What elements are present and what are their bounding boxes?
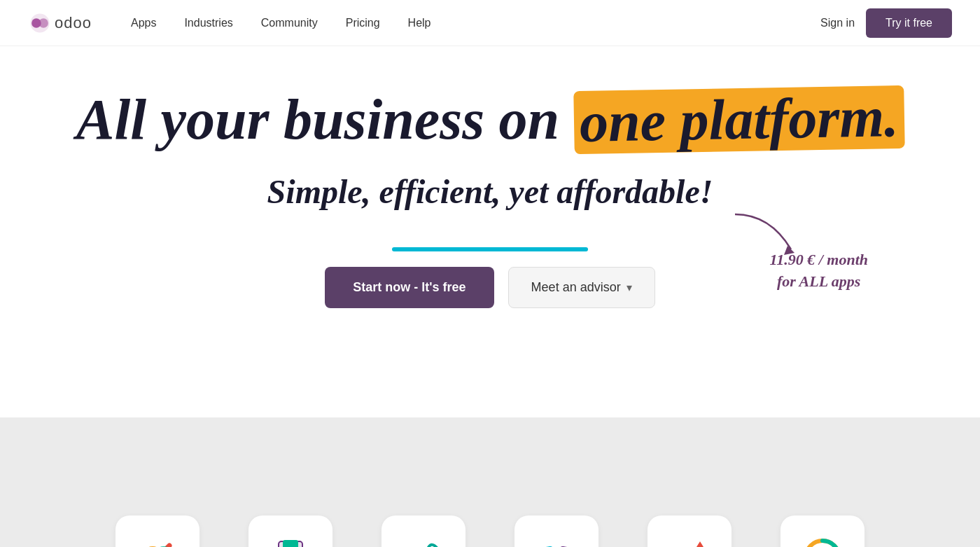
svg-marker-18 — [696, 541, 704, 547]
meet-advisor-button[interactable]: Meet an advisor — [508, 267, 655, 308]
subtitle-underline — [392, 247, 588, 251]
hero-subtitle: Simple, efficient, yet affordable! — [267, 172, 713, 211]
app-card-accounting[interactable]: Accounting — [102, 515, 214, 547]
sign-icon-box — [382, 515, 465, 547]
crm-icon-box — [514, 515, 598, 547]
navbar-left: odoo Apps Industries Community Pricing H… — [28, 11, 442, 35]
nav-link-apps[interactable]: Apps — [120, 11, 167, 35]
subscriptions-icon — [798, 533, 847, 547]
knowledge-icon-box — [248, 515, 332, 547]
navbar-right: Sign in Try it free — [820, 8, 952, 38]
app-card-sign[interactable]: Sign — [368, 515, 479, 547]
navbar: odoo Apps Industries Community Pricing H… — [0, 0, 980, 46]
hero-section: All your business on one platform. Simpl… — [0, 46, 980, 417]
start-now-button[interactable]: Start now - It's free — [325, 267, 493, 308]
nav-link-help[interactable]: Help — [397, 11, 442, 35]
accounting-icon — [133, 533, 182, 547]
logo[interactable]: odoo — [28, 11, 92, 35]
knowledge-icon — [266, 533, 315, 547]
hero-subtitle-container: Simple, efficient, yet affordable! — [267, 172, 713, 246]
app-card-knowledge[interactable]: Knowledge — [234, 515, 346, 547]
app-card-studio[interactable]: Studio — [634, 515, 746, 547]
sign-in-link[interactable]: Sign in — [820, 17, 855, 29]
hero-title: All your business on one platform. — [28, 88, 952, 151]
apps-row: Accounting Knowledge Sign — [0, 501, 980, 547]
studio-icon-box — [648, 515, 732, 547]
nav-links: Apps Industries Community Pricing Help — [120, 11, 442, 35]
crm-icon — [532, 533, 581, 547]
svg-rect-9 — [283, 540, 298, 547]
pricing-arrow-icon — [728, 207, 812, 263]
hero-title-part1: All your business on — [76, 88, 559, 151]
svg-point-2 — [38, 18, 48, 28]
try-free-button[interactable]: Try it free — [866, 8, 952, 38]
logo-text: odoo — [55, 14, 92, 32]
wave-divider — [0, 417, 980, 501]
accounting-icon-box — [115, 515, 200, 547]
sign-icon — [399, 533, 448, 547]
app-card-subscriptions[interactable]: Subscriptions — [766, 515, 878, 547]
studio-icon — [665, 533, 714, 547]
nav-link-community[interactable]: Community — [250, 11, 329, 35]
pricing-annotation: 11.90 € / month for ALL apps — [769, 249, 868, 293]
pricing-line2: for ALL apps — [777, 272, 860, 290]
nav-link-pricing[interactable]: Pricing — [335, 11, 391, 35]
nav-link-industries[interactable]: Industries — [173, 11, 244, 35]
subscriptions-icon-box — [780, 515, 864, 547]
app-card-crm[interactable]: CRM — [500, 515, 612, 547]
hero-title-highlight: one platform. — [573, 85, 904, 154]
